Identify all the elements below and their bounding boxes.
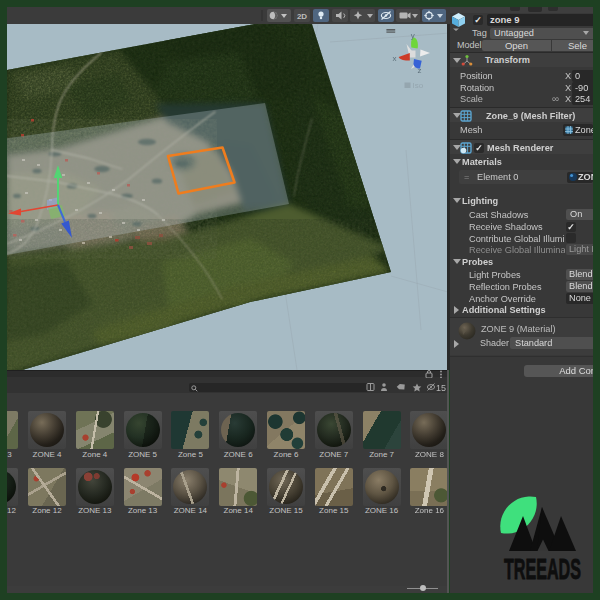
- svg-text:Iso: Iso: [413, 81, 424, 90]
- svg-text:15: 15: [436, 383, 446, 393]
- svg-text:z: z: [418, 66, 422, 75]
- svg-text:TREEADS: TREEADS: [504, 553, 581, 585]
- svg-text:x: x: [393, 54, 397, 63]
- svg-text:y: y: [411, 31, 415, 40]
- svg-text:2D: 2D: [297, 12, 307, 21]
